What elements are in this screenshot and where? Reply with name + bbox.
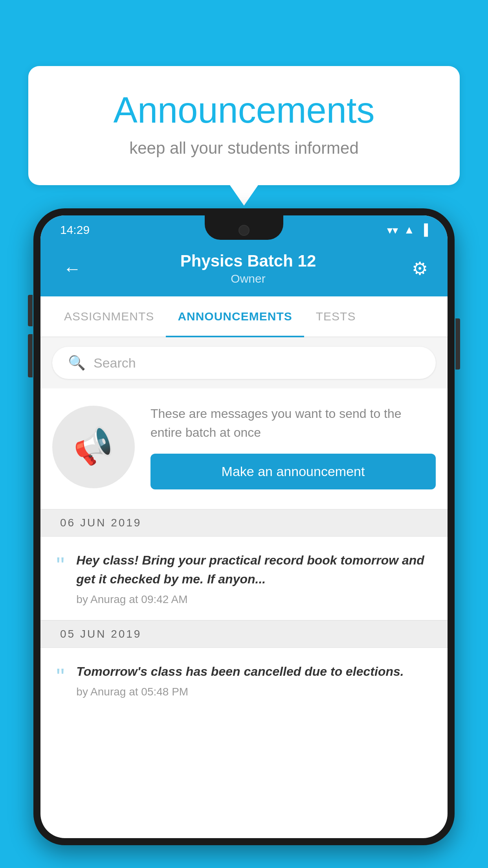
bubble-title: Announcements <box>60 90 428 131</box>
status-time: 14:29 <box>60 223 90 237</box>
speech-bubble: Announcements keep all your students inf… <box>28 66 460 185</box>
search-input[interactable]: Search <box>94 355 136 371</box>
search-container: 🔍 Search <box>40 337 448 388</box>
phone-notch <box>205 215 283 240</box>
announce-right: These are messages you want to send to t… <box>150 404 436 489</box>
message-meta-1: by Anurag at 09:42 AM <box>76 593 432 606</box>
date-separator-2: 05 JUN 2019 <box>40 620 448 648</box>
phone-screen: 14:29 ▾▾ ▲ ▐ ← Physics Batch 12 Owner ⚙ <box>40 215 448 838</box>
message-content-1: Hey class! Bring your practical record b… <box>76 551 432 606</box>
phone-power-button <box>455 318 460 370</box>
message-text-1: Hey class! Bring your practical record b… <box>76 551 432 588</box>
make-announcement-button[interactable]: Make an announcement <box>150 454 436 489</box>
date-separator-1: 06 JUN 2019 <box>40 509 448 537</box>
tabs-bar: ASSIGNMENTS ANNOUNCEMENTS TESTS <box>40 296 448 337</box>
tab-assignments[interactable]: ASSIGNMENTS <box>52 296 166 337</box>
settings-button[interactable]: ⚙ <box>412 258 428 279</box>
status-icons: ▾▾ ▲ ▐ <box>387 224 428 237</box>
phone-camera <box>238 225 250 236</box>
message-content-2: Tomorrow's class has been cancelled due … <box>76 662 432 698</box>
phone-mockup: 14:29 ▾▾ ▲ ▐ ← Physics Batch 12 Owner ⚙ <box>33 208 455 868</box>
quote-icon-1: " <box>56 554 64 577</box>
tab-tests[interactable]: TESTS <box>304 296 368 337</box>
announce-description: These are messages you want to send to t… <box>150 404 436 442</box>
message-meta-2: by Anurag at 05:48 PM <box>76 686 432 698</box>
search-icon: 🔍 <box>68 355 86 371</box>
signal-icon: ▲ <box>404 224 415 236</box>
tab-announcements[interactable]: ANNOUNCEMENTS <box>166 296 304 337</box>
phone-vol-down-button <box>28 334 33 377</box>
back-button[interactable]: ← <box>60 255 84 282</box>
bubble-subtitle: keep all your students informed <box>60 139 428 158</box>
speech-bubble-area: Announcements keep all your students inf… <box>28 66 460 185</box>
header-subtitle: Owner <box>180 272 316 285</box>
announce-icon-circle: 📢 <box>52 406 135 488</box>
message-item-2[interactable]: " Tomorrow's class has been cancelled du… <box>40 648 448 712</box>
header-title-group: Physics Batch 12 Owner <box>180 252 316 285</box>
phone-outer: 14:29 ▾▾ ▲ ▐ ← Physics Batch 12 Owner ⚙ <box>33 208 455 845</box>
megaphone-icon: 📢 <box>69 423 118 471</box>
search-bar[interactable]: 🔍 Search <box>52 347 436 379</box>
battery-icon: ▐ <box>420 224 428 236</box>
quote-icon-2: " <box>56 665 64 689</box>
message-item-1[interactable]: " Hey class! Bring your practical record… <box>40 537 448 620</box>
app-header: ← Physics Batch 12 Owner ⚙ <box>40 242 448 296</box>
announcement-prompt: 📢 These are messages you want to send to… <box>40 388 448 509</box>
wifi-icon: ▾▾ <box>387 224 398 237</box>
phone-vol-up-button <box>28 295 33 326</box>
message-text-2: Tomorrow's class has been cancelled due … <box>76 662 432 681</box>
header-title: Physics Batch 12 <box>180 252 316 270</box>
